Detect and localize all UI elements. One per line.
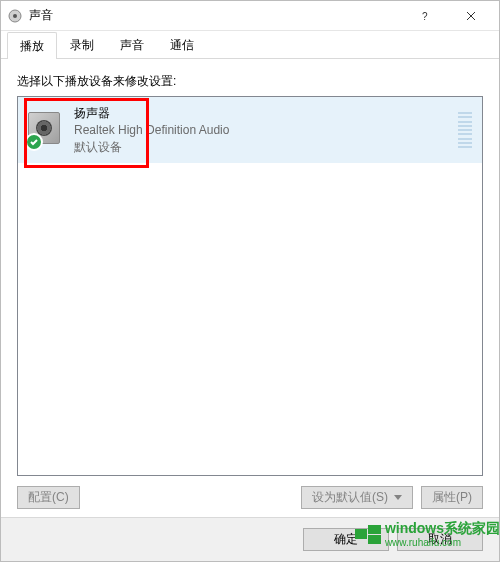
device-name: 扬声器: [74, 105, 229, 122]
svg-text:?: ?: [422, 11, 428, 21]
svg-rect-7: [368, 535, 381, 544]
tab-recording[interactable]: 录制: [57, 31, 107, 58]
tab-sounds[interactable]: 声音: [107, 31, 157, 58]
tab-strip: 播放 录制 声音 通信: [1, 31, 499, 59]
properties-button[interactable]: 属性(P): [421, 486, 483, 509]
tab-communications[interactable]: 通信: [157, 31, 207, 58]
svg-rect-6: [368, 525, 381, 534]
tab-content: 选择以下播放设备来修改设置: 扬声器 Realtek High Definiti…: [1, 59, 499, 517]
app-icon: [7, 8, 23, 24]
help-button[interactable]: ?: [403, 2, 448, 30]
watermark-icon: [355, 523, 381, 545]
device-item-speakers[interactable]: 扬声器 Realtek High Definition Audio 默认设备: [18, 97, 482, 163]
instruction-text: 选择以下播放设备来修改设置:: [17, 73, 483, 90]
tab-playback[interactable]: 播放: [7, 32, 57, 59]
svg-point-1: [13, 14, 17, 18]
set-default-button[interactable]: 设为默认值(S): [301, 486, 413, 509]
sound-dialog: 声音 ? 播放 录制 声音 通信 选择以下播放设备来修改设置:: [0, 0, 500, 562]
svg-rect-5: [355, 529, 367, 539]
device-status: 默认设备: [74, 139, 229, 156]
device-list[interactable]: 扬声器 Realtek High Definition Audio 默认设备: [17, 96, 483, 476]
window-controls: ?: [403, 2, 493, 30]
configure-button[interactable]: 配置(C): [17, 486, 80, 509]
level-meter-icon: [458, 112, 472, 148]
watermark-text: windows系统家园 www.ruhaifu.com: [385, 520, 500, 548]
watermark-url: www.ruhaifu.com: [385, 538, 500, 548]
watermark: windows系统家园 www.ruhaifu.com: [355, 520, 500, 548]
device-description: Realtek High Definition Audio: [74, 122, 229, 139]
device-actions: 配置(C) 设为默认值(S) 属性(P): [17, 486, 483, 509]
close-button[interactable]: [448, 2, 493, 30]
device-text: 扬声器 Realtek High Definition Audio 默认设备: [74, 105, 229, 155]
window-title: 声音: [29, 7, 403, 24]
default-check-icon: [25, 133, 43, 151]
titlebar: 声音 ?: [1, 1, 499, 31]
speaker-icon: [28, 112, 64, 148]
watermark-brand: windows: [385, 520, 444, 536]
watermark-subtitle: 系统家园: [444, 520, 500, 536]
